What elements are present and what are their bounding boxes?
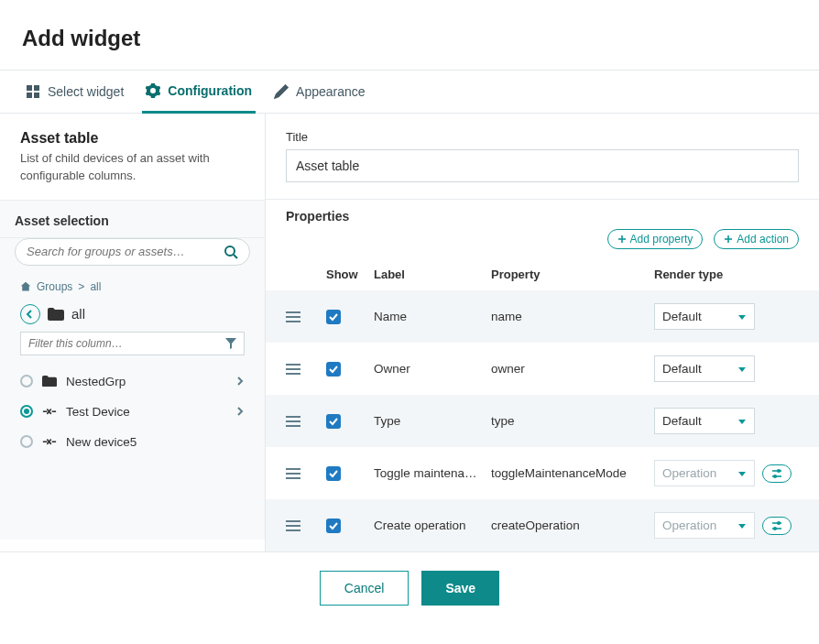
col-property: Property (491, 267, 647, 281)
tree-item-test-device[interactable]: Test Device (0, 397, 265, 427)
tree-item-new-device5[interactable]: New device5 (0, 427, 265, 457)
render-type-select[interactable]: Default (654, 355, 755, 382)
footer: Cancel Save (0, 551, 819, 629)
device-icon (42, 405, 57, 418)
plus-icon (617, 235, 627, 244)
filter-field[interactable] (28, 337, 225, 350)
tab-appearance[interactable]: Appearance (270, 71, 369, 112)
content-area: Asset table List of child devices of an … (0, 114, 819, 551)
current-group-label: all (71, 306, 85, 322)
select-value: Default (662, 414, 702, 428)
col-render: Render type (654, 267, 755, 281)
show-checkbox[interactable] (326, 466, 341, 481)
cell-property: owner (491, 362, 647, 376)
drag-handle-icon[interactable] (286, 467, 300, 480)
drag-handle-icon[interactable] (286, 363, 300, 376)
chevron-right-icon[interactable] (235, 377, 245, 386)
gear-icon (146, 83, 160, 98)
select-value: Default (662, 362, 702, 376)
drag-handle-icon[interactable] (286, 519, 300, 532)
widget-description: Asset table List of child devices of an … (0, 114, 265, 200)
drag-handle-icon[interactable] (286, 415, 300, 428)
radio-selected[interactable] (20, 405, 33, 418)
chevron-left-icon (26, 310, 35, 319)
svg-point-4 (225, 246, 235, 256)
device-icon (42, 435, 57, 448)
pill-label: Add action (737, 233, 789, 246)
svg-line-5 (234, 255, 237, 258)
show-checkbox[interactable] (326, 310, 341, 324)
svg-marker-21 (738, 420, 746, 424)
search-field[interactable] (27, 245, 224, 258)
cell-property: type (491, 414, 647, 428)
table-row: Create operation createOperation Operati… (266, 499, 819, 551)
pill-label: Add property (630, 233, 693, 246)
radio-unselected[interactable] (20, 435, 33, 448)
cell-label: Owner (374, 362, 484, 376)
tree-item-label: NestedGrp (66, 375, 126, 388)
svg-point-27 (778, 469, 781, 472)
svg-marker-25 (738, 472, 746, 476)
drag-handle-icon[interactable] (286, 311, 300, 323)
folder-icon (42, 375, 57, 387)
table-row: Owner owner Default (266, 343, 819, 395)
render-type-select[interactable]: Default (654, 303, 755, 330)
cell-label: Create operation (374, 518, 484, 532)
breadcrumb-sep: > (78, 280, 84, 293)
caret-down-icon (737, 365, 747, 374)
cell-property: toggleMaintenanceMode (491, 466, 647, 480)
desc-title: Asset table (20, 130, 245, 147)
cell-label: Toggle maintenance mode (374, 466, 484, 480)
tab-configuration[interactable]: Configuration (142, 71, 256, 114)
tab-label: Select widget (48, 84, 124, 99)
title-label: Title (286, 130, 799, 144)
title-input[interactable] (286, 149, 799, 182)
tree-item-label: New device5 (66, 435, 136, 449)
caret-down-icon (737, 417, 747, 426)
sliders-icon (771, 520, 782, 531)
svg-point-29 (774, 475, 777, 477)
svg-rect-1 (34, 85, 39, 91)
caret-down-icon (737, 521, 747, 530)
render-type-select[interactable]: Operation (654, 460, 755, 486)
svg-rect-2 (27, 93, 32, 98)
breadcrumb-all[interactable]: all (90, 280, 101, 293)
cell-label: Name (374, 310, 484, 323)
cell-property: createOperation (491, 518, 647, 532)
tabs: Select widget Configuration Appearance (0, 71, 819, 114)
desc-text: List of child devices of an asset with c… (20, 150, 245, 185)
edit-row-button[interactable] (762, 517, 792, 535)
render-type-select[interactable]: Operation (654, 512, 755, 539)
right-column: Title Properties Add property Add action (266, 114, 819, 551)
tab-label: Configuration (168, 83, 252, 98)
col-label: Label (374, 267, 484, 281)
tree-item-nestedgrp[interactable]: NestedGrp (0, 366, 265, 397)
chevron-right-icon[interactable] (235, 407, 245, 416)
tab-select-widget[interactable]: Select widget (22, 71, 127, 112)
save-button[interactable]: Save (421, 571, 499, 606)
show-checkbox[interactable] (326, 362, 341, 377)
breadcrumb[interactable]: Groups > all (0, 275, 265, 299)
filter-column-input[interactable] (20, 332, 245, 355)
cell-property: name (491, 310, 647, 323)
edit-row-button[interactable] (762, 464, 792, 483)
add-property-button[interactable]: Add property (607, 229, 704, 249)
select-value: Default (662, 310, 702, 323)
cancel-button[interactable]: Cancel (320, 571, 410, 606)
render-type-select[interactable]: Default (654, 408, 755, 434)
left-column: Asset table List of child devices of an … (0, 114, 266, 551)
back-button[interactable] (20, 304, 40, 324)
show-checkbox[interactable] (326, 414, 341, 429)
breadcrumb-groups[interactable]: Groups (37, 280, 72, 293)
radio-unselected[interactable] (20, 375, 33, 387)
select-value: Operation (662, 518, 716, 532)
search-input[interactable] (15, 238, 250, 266)
svg-marker-17 (738, 367, 746, 372)
add-action-button[interactable]: Add action (714, 229, 799, 249)
show-checkbox[interactable] (326, 518, 341, 533)
pencil-icon (274, 84, 289, 99)
asset-selection-heading: Asset selection (0, 200, 265, 238)
caret-down-icon (737, 469, 747, 478)
properties-table: Show Label Property Render type Name nam… (266, 255, 819, 551)
properties-heading: Properties (286, 209, 349, 224)
